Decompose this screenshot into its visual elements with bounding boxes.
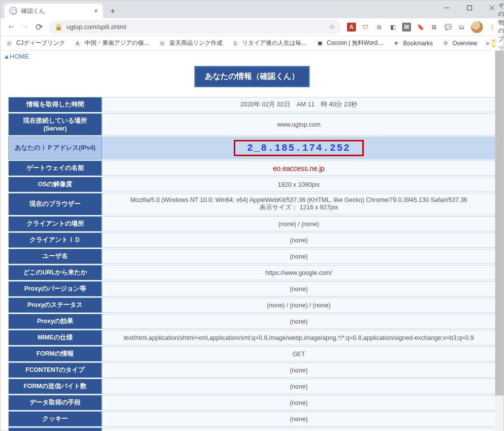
bookmark-label: 楽天商品リンク作成: [169, 39, 222, 47]
info-row: データ取得の手段(none): [8, 395, 496, 410]
bookmark-icon: A: [74, 39, 82, 47]
row-label: 現在接続している場所(Server): [8, 113, 102, 135]
url-bar[interactable]: 🔒 ugtop.com/spill.shtml ☆: [49, 20, 341, 34]
gateway-name: eo.eaccess.ne.jp: [273, 165, 324, 172]
row-value: (none): [102, 411, 496, 427]
home-link[interactable]: ▲HOME: [0, 51, 504, 62]
bookmark-icon: S: [231, 39, 239, 47]
info-row: Proxyのステータス(none) / (none) / (none): [8, 298, 496, 313]
scrollbar-thumb[interactable]: [495, 51, 504, 396]
banner-title: あなたの情報（確認くん）: [194, 66, 310, 87]
ext-icon-9[interactable]: 🗂: [457, 23, 466, 32]
row-value: (none): [102, 379, 496, 394]
bookmark-label: 中国・東南アジアの個…: [85, 39, 150, 47]
ext-icon-3[interactable]: ⧉: [375, 23, 383, 32]
row-value: (none) / (none) / (none): [102, 298, 496, 313]
lock-icon: 🔒: [55, 23, 63, 31]
tab-active[interactable]: 確認くん ×: [4, 3, 103, 18]
bookmark-label: Overview: [452, 40, 477, 47]
info-row: 現在接続している場所(Server)www.ugtop.com: [8, 113, 496, 135]
bookmark-icon: ◎: [5, 39, 13, 47]
window-controls: [436, 0, 504, 15]
minimize-button[interactable]: [436, 0, 458, 15]
info-row: ユーザ名(none): [8, 249, 496, 264]
info-row: 情報を取得した時間2020年 02月 02日 AM 11 時 40分 23秒: [8, 97, 496, 112]
bookmark-icon: ◎: [158, 39, 166, 47]
row-label: Proxyのステータス: [8, 298, 102, 313]
reload-button[interactable]: ⟳: [32, 20, 46, 34]
row-value: 2_8.185.174.252: [102, 136, 496, 160]
row-value: Mozilla/5.0 (Windows NT 10.0; Win64; x64…: [102, 193, 496, 215]
row-value: 2020年 02月 02日 AM 11 時 40分 23秒: [102, 97, 496, 112]
row-value: (none) / (none): [102, 216, 496, 232]
browser-window: 確認くん × + ← → ⟳ 🔒 ugtop.com/spill.shtml ☆…: [0, 0, 504, 431]
bookmark-item[interactable]: Sリタイア後の人生は毎…: [231, 39, 307, 47]
row-value: eo.eaccess.ne.jp: [102, 161, 496, 176]
bookmark-label: CJディープリンク: [16, 39, 65, 47]
maximize-button[interactable]: [458, 0, 481, 15]
row-label: MIMEの仕様: [8, 330, 102, 345]
info-row: Proxyの効果(none): [8, 314, 496, 329]
row-label: あなたのＩＰアドレス(IPv4): [8, 136, 102, 160]
row-value: (none): [102, 395, 496, 410]
bookmark-item[interactable]: ★Bookmarks: [392, 39, 433, 47]
new-tab-button[interactable]: +: [106, 4, 120, 18]
close-button[interactable]: [481, 0, 504, 15]
row-value: (none): [102, 249, 496, 264]
info-row: クライアントの場所(none) / (none): [8, 216, 496, 232]
svg-rect-1: [468, 6, 472, 10]
bookmark-item[interactable]: ◎楽天商品リンク作成: [158, 39, 222, 47]
address-bar-row: ← → ⟳ 🔒 ugtop.com/spill.shtml ☆ A 🛡 ⧉ ◧ …: [0, 18, 504, 36]
info-table: 情報を取得した時間2020年 02月 02日 AM 11 時 40分 23秒現在…: [8, 96, 496, 431]
page-content: ▲HOME あなたの情報（確認くん） 情報を取得した時間2020年 02月 02…: [0, 51, 504, 431]
row-value: www.ugtop.com: [102, 113, 496, 135]
bookmark-icon: ▣: [316, 39, 324, 47]
row-value: (none): [102, 314, 496, 329]
row-label: クライアントＩＤ: [8, 232, 102, 248]
page-banner: あなたの情報（確認くん）: [0, 66, 504, 87]
globe-icon: [9, 7, 17, 15]
row-value: (none): [102, 281, 496, 297]
info-row: Proxyのバージョン等(none): [8, 281, 496, 297]
tab-title: 確認くん: [21, 7, 45, 15]
info-row: FCONTENTのタイプ(none): [8, 363, 496, 378]
row-label: OSの解像度: [8, 177, 102, 192]
row-value: https://www.google.com/: [102, 265, 496, 280]
row-label: Proxyのバージョン等: [8, 281, 102, 297]
row-value: (none): [102, 232, 496, 248]
info-row: エンコードの仕様gzip, deflate, br: [8, 428, 496, 431]
ext-icon-4[interactable]: ◧: [388, 23, 397, 32]
bookmark-item[interactable]: A中国・東南アジアの個…: [74, 39, 150, 47]
bookmark-label: Cocoon | 無料Word…: [327, 39, 384, 47]
ext-icon-5[interactable]: M: [402, 23, 411, 32]
bookmark-item[interactable]: ▣Cocoon | 無料Word…: [316, 39, 384, 47]
row-label: FORMの情報: [8, 346, 102, 362]
row-label: エンコードの仕様: [8, 428, 102, 431]
ext-icon-1[interactable]: A: [347, 23, 356, 32]
info-row: ゲートウェイの名前eo.eaccess.ne.jp: [8, 161, 496, 176]
info-row: あなたのＩＰアドレス(IPv4)2_8.185.174.252: [8, 136, 496, 160]
back-button[interactable]: ←: [4, 20, 18, 34]
row-value: gzip, deflate, br: [102, 428, 496, 431]
info-row: FORMの送信バイト数(none): [8, 379, 496, 394]
profile-avatar[interactable]: [471, 21, 483, 33]
info-row: クライアントＩＤ(none): [8, 232, 496, 248]
ext-icon-7[interactable]: ⊞: [430, 23, 439, 32]
bookmark-item[interactable]: ⊕Overview: [441, 39, 477, 47]
row-label: FCONTENTのタイプ: [8, 363, 102, 378]
bookmark-item[interactable]: ◎CJディープリンク: [5, 39, 65, 47]
row-label: ゲートウェイの名前: [8, 161, 102, 176]
ext-icon-2[interactable]: 🛡: [361, 23, 370, 32]
row-label: 情報を取得した時間: [8, 97, 102, 112]
row-label: ユーザ名: [8, 249, 102, 264]
star-icon[interactable]: ☆: [329, 23, 335, 31]
bookmark-label: Bookmarks: [403, 40, 433, 47]
ext-icon-8[interactable]: 💬: [443, 23, 452, 32]
bookmark-label: リタイア後の人生は毎…: [242, 39, 307, 47]
info-row: クッキー(none): [8, 411, 496, 427]
ext-icon-6[interactable]: 🔖: [416, 23, 425, 32]
tab-close-icon[interactable]: ×: [94, 7, 98, 15]
bookmark-icon: ★: [392, 39, 400, 47]
forward-button[interactable]: →: [18, 20, 32, 34]
bookmarks-bar: ◎CJディープリンクA中国・東南アジアの個…◎楽天商品リンク作成Sリタイア後の人…: [0, 36, 504, 51]
